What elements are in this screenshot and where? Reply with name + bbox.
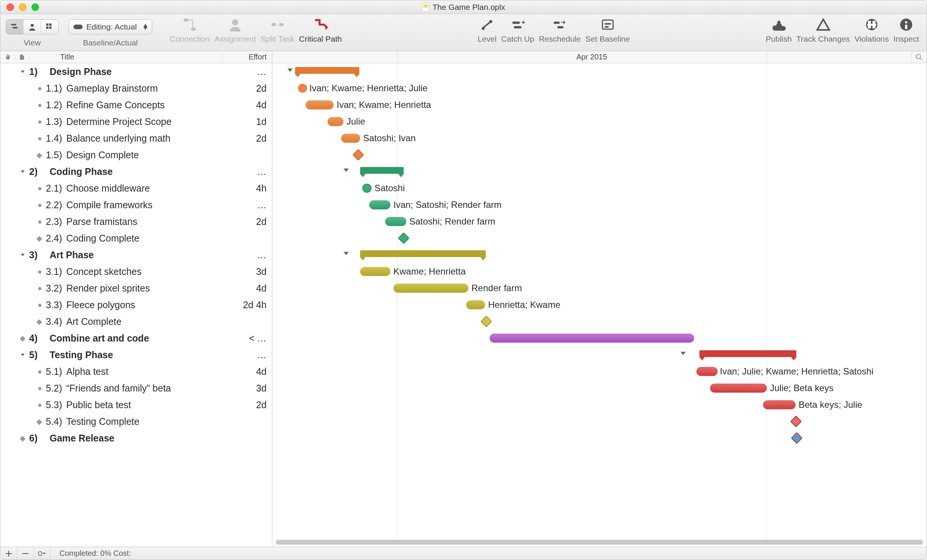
task-row-1.3[interactable]: ●1.3)Determine Project Scope1d xyxy=(0,113,272,130)
search-button[interactable] xyxy=(911,51,927,63)
timeline-header[interactable]: Apr 2015 xyxy=(272,51,911,63)
effort-column-header[interactable]: Effort xyxy=(223,53,272,61)
catch-up-button[interactable]: Catch Up xyxy=(499,17,537,44)
view-calendar-button[interactable] xyxy=(41,20,58,34)
gantt-milestone-diamond[interactable] xyxy=(791,432,802,444)
gantt-disclosure-icon[interactable] xyxy=(343,168,349,172)
task-row-5[interactable]: 5)Testing Phase… xyxy=(0,346,272,363)
gantt-summary-bar[interactable] xyxy=(360,167,404,174)
gantt-assignment-label: Ivan; Kwame; Henrietta xyxy=(337,100,431,110)
svg-point-2 xyxy=(31,24,34,27)
baseline-actual-label: Baseline/Actual xyxy=(83,38,138,47)
reschedule-button[interactable]: Reschedule xyxy=(537,17,583,44)
gantt-task-bar[interactable] xyxy=(710,384,767,393)
task-row-5.4[interactable]: ◆5.4)Testing Complete xyxy=(0,413,272,430)
add-task-button[interactable] xyxy=(0,547,17,560)
action-menu-button[interactable] xyxy=(34,547,50,560)
hand-column-icon[interactable] xyxy=(0,54,15,61)
gantt-summary-bar[interactable] xyxy=(295,67,359,74)
gantt-milestone-diamond[interactable] xyxy=(480,315,492,327)
gantt-task-bar[interactable] xyxy=(306,100,334,109)
task-row-3.1[interactable]: ●3.1)Concept sketches3d xyxy=(0,263,272,280)
gantt-disclosure-icon[interactable] xyxy=(680,352,686,355)
view-segmented-control[interactable] xyxy=(6,19,59,34)
title-column-header[interactable]: Title xyxy=(29,53,223,61)
svg-rect-26 xyxy=(905,25,907,29)
level-button[interactable]: Level xyxy=(475,17,499,44)
critical-path-button[interactable]: Critical Path xyxy=(297,17,344,44)
gantt-task-dot[interactable] xyxy=(362,184,371,193)
status-text: Completed: 0% Cost: xyxy=(50,549,131,558)
violations-button[interactable]: Violations xyxy=(852,17,891,44)
gantt-task-bar[interactable] xyxy=(341,134,360,143)
gantt-task-bar[interactable] xyxy=(763,400,796,409)
task-row-3.3[interactable]: ●3.3)Fleece polygons2d 4h xyxy=(0,296,272,313)
gantt-task-bar[interactable] xyxy=(696,367,718,376)
task-row-3[interactable]: 3)Art Phase… xyxy=(0,246,272,263)
task-row-3.2[interactable]: ●3.2)Render pixel sprites4d xyxy=(0,280,272,296)
gantt-milestone-diamond[interactable] xyxy=(398,232,409,244)
gantt-milestone-diamond[interactable] xyxy=(790,415,802,427)
task-row-1.1[interactable]: ●1.1)Gameplay Brainstorm2d xyxy=(0,80,272,97)
task-row-1.5[interactable]: ◆1.5)Design Complete xyxy=(0,147,272,163)
task-row-2.1[interactable]: ●2.1)Choose middleware4h xyxy=(0,180,272,197)
gantt-assignment-label: Julie xyxy=(346,116,365,127)
gantt-milestone-diamond[interactable] xyxy=(352,149,364,161)
task-number: 1.3) xyxy=(46,116,66,127)
gantt-summary-bar[interactable] xyxy=(360,250,486,257)
gantt-disclosure-icon[interactable] xyxy=(287,69,293,72)
disclosure-triangle-icon[interactable] xyxy=(19,168,26,175)
publish-button[interactable]: Publish xyxy=(763,17,794,44)
window-zoom-button[interactable] xyxy=(31,3,39,11)
connection-button[interactable]: Connection xyxy=(167,17,212,44)
task-row-2.3[interactable]: ●2.3)Parse framistans2d xyxy=(0,213,272,230)
disclosure-triangle-icon[interactable] xyxy=(19,251,26,258)
task-row-1.4[interactable]: ●1.4)Balance underlying math2d xyxy=(0,130,272,147)
gantt-summary-bar[interactable] xyxy=(699,350,796,357)
window-close-button[interactable] xyxy=(6,3,14,11)
track-changes-button[interactable]: Track Changes xyxy=(794,17,852,44)
gantt-chart[interactable]: Ivan; Kwame; Henrietta; JulieIvan; Kwame… xyxy=(272,63,927,547)
gantt-disclosure-icon[interactable] xyxy=(343,252,349,255)
gantt-task-bar[interactable] xyxy=(490,334,694,343)
view-resources-button[interactable] xyxy=(23,20,41,34)
task-row-2.2[interactable]: ●2.2)Compile frameworks… xyxy=(0,197,272,213)
disclosure-triangle-icon[interactable] xyxy=(19,351,26,358)
task-row-5.1[interactable]: ●5.1)Alpha test4d xyxy=(0,363,272,380)
baseline-actual-selector[interactable]: Editing: Actual xyxy=(69,19,152,34)
assignment-button[interactable]: Assignment xyxy=(212,17,258,44)
task-number: 4) xyxy=(29,333,50,344)
task-row-6[interactable]: ◆6)Game Release xyxy=(0,430,272,446)
task-row-3.4[interactable]: ◆3.4)Art Complete xyxy=(0,313,272,330)
task-number: 3.2) xyxy=(46,283,66,294)
view-gantt-button[interactable] xyxy=(6,20,23,34)
task-row-5.2[interactable]: ●5.2)“Friends and family” beta3d xyxy=(0,380,272,396)
task-row-4[interactable]: ◆4)Combine art and code< … xyxy=(0,330,272,346)
gantt-task-bar[interactable] xyxy=(466,300,485,309)
disclosure-triangle-icon[interactable] xyxy=(19,68,26,75)
task-effort: 2d xyxy=(223,133,272,144)
task-outline[interactable]: 1)Design Phase…●1.1)Gameplay Brainstorm2… xyxy=(0,63,272,547)
task-row-2[interactable]: 2)Coding Phase… xyxy=(0,163,272,180)
set-baseline-button[interactable]: Set Baseline xyxy=(583,17,632,44)
task-row-2.4[interactable]: ◆2.4)Coding Complete xyxy=(0,230,272,246)
gantt-task-bar[interactable] xyxy=(369,200,390,209)
remove-task-button[interactable] xyxy=(17,547,34,560)
window-minimize-button[interactable] xyxy=(19,3,27,11)
track-changes-icon xyxy=(816,17,831,32)
note-column-icon[interactable] xyxy=(15,54,29,61)
gantt-task-dot[interactable] xyxy=(298,84,307,93)
split-task-button[interactable]: Split Task xyxy=(258,17,297,44)
task-label: Design Complete xyxy=(66,150,223,161)
inspect-button[interactable]: Inspect xyxy=(891,17,921,44)
row-bullet-icon: ◆ xyxy=(36,150,42,159)
task-row-1.2[interactable]: ●1.2)Refine Game Concepts4d xyxy=(0,97,272,113)
gantt-task-bar[interactable] xyxy=(393,284,468,293)
gantt-task-bar[interactable] xyxy=(385,217,406,226)
task-row-5.3[interactable]: ●5.3)Public beta test2d xyxy=(0,396,272,413)
gantt-horizontal-scrollbar[interactable] xyxy=(272,538,927,547)
task-row-1[interactable]: 1)Design Phase… xyxy=(0,63,272,80)
gantt-task-bar[interactable] xyxy=(328,117,343,126)
task-effort: 3d xyxy=(223,383,272,394)
gantt-task-bar[interactable] xyxy=(360,267,390,276)
